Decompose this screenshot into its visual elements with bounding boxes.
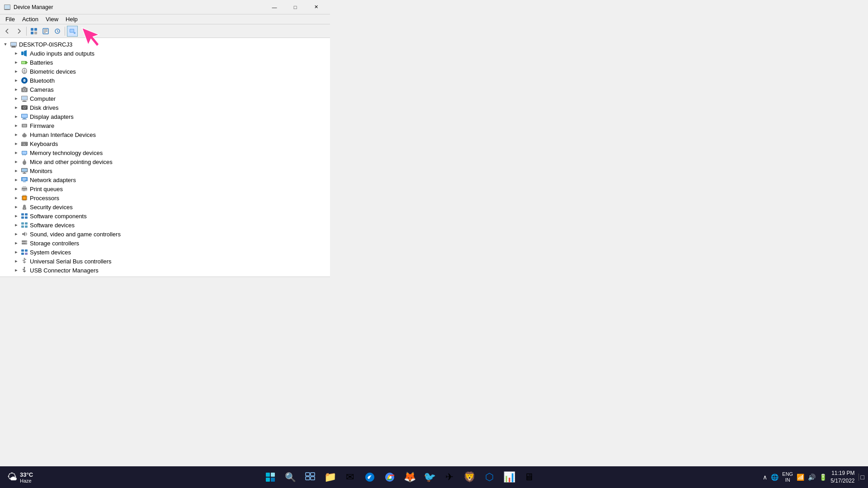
close-button[interactable]: ✕ [306, 0, 326, 14]
tree-item-computer[interactable]: ► Computer [0, 94, 330, 103]
software-dev-chevron[interactable]: ► [13, 221, 20, 229]
menu-action[interactable]: Action [19, 15, 42, 23]
tree-root-item[interactable]: ▼ DESKTOP-0ISRCJ3 [0, 40, 330, 49]
taskbar-app2[interactable]: 🖥 [520, 468, 538, 486]
cameras-chevron[interactable]: ► [13, 86, 20, 93]
tree-item-disk[interactable]: ► Disk drives [0, 103, 330, 112]
tree-item-storage[interactable]: ► Storage controllers [0, 239, 330, 248]
tree-item-biometric[interactable]: ► Biometric devices [0, 67, 330, 76]
back-button[interactable] [2, 26, 13, 37]
tree-item-software-comp[interactable]: ► Software components [0, 211, 330, 221]
svg-rect-43 [22, 119, 27, 119]
firmware-chevron[interactable]: ► [13, 122, 20, 129]
taskbar-firefox[interactable]: 🦊 [401, 468, 419, 486]
taskbar-vscode[interactable]: ⬡ [480, 468, 498, 486]
taskbar-mail[interactable]: ✉ [341, 468, 359, 486]
usb-conn-chevron[interactable]: ► [13, 267, 20, 274]
biometric-chevron[interactable]: ► [13, 68, 20, 75]
root-chevron[interactable]: ▼ [2, 41, 9, 48]
taskbar-chrome[interactable] [381, 468, 399, 486]
svg-rect-73 [23, 173, 26, 174]
disk-icon [21, 104, 28, 111]
show-device-type-button[interactable] [28, 26, 39, 37]
taskbar-file-explorer[interactable]: 📁 [321, 468, 339, 486]
mice-chevron[interactable]: ► [13, 158, 20, 165]
menu-help[interactable]: Help [62, 15, 81, 23]
properties-button[interactable] [40, 26, 51, 37]
audio-chevron[interactable]: ► [13, 50, 20, 57]
tree-item-mice[interactable]: ► Mice and other pointing devices [0, 157, 330, 166]
tree-item-hid[interactable]: ► Human Interface Devices [0, 130, 330, 139]
tree-item-usb[interactable]: ► Universal Serial Bus controllers [0, 257, 330, 266]
memory-label: Memory technology devices [30, 150, 103, 156]
sound-chevron[interactable]: ► [13, 230, 20, 238]
print-chevron[interactable]: ► [13, 185, 20, 192]
menu-file[interactable]: File [2, 15, 19, 23]
tree-item-processors[interactable]: ► [0, 193, 330, 202]
display-icon [21, 113, 28, 120]
tray-show-desktop[interactable]: □ [859, 474, 864, 481]
tree-item-software-dev[interactable]: ► Software devices [0, 221, 330, 230]
memory-chevron[interactable]: ► [13, 149, 20, 156]
maximize-button[interactable]: □ [285, 0, 306, 14]
disk-chevron[interactable]: ► [13, 104, 20, 111]
tray-chevron[interactable]: ∧ [763, 474, 767, 481]
tree-item-cameras[interactable]: ► Cameras [0, 85, 330, 94]
minimize-button[interactable]: — [264, 0, 285, 14]
processors-chevron[interactable]: ► [13, 194, 20, 202]
tray-language[interactable]: ENGIN [782, 471, 793, 483]
usb-chevron[interactable]: ► [13, 258, 20, 265]
tray-wifi[interactable]: 📶 [797, 474, 804, 481]
svg-rect-60 [22, 145, 27, 145]
svg-rect-104 [21, 216, 24, 219]
biometric-label: Biometric devices [30, 68, 76, 75]
tree-view[interactable]: ▼ DESKTOP-0ISRCJ3 ► [0, 38, 330, 277]
taskbar-telegram[interactable]: ✈ [440, 468, 458, 486]
menu-view[interactable]: View [42, 15, 62, 23]
tree-item-security[interactable]: ► Security devices [0, 202, 330, 211]
tree-item-batteries[interactable]: ► Batteries [0, 58, 330, 67]
tree-item-firmware[interactable]: ► Firmware [0, 121, 330, 130]
tree-item-system[interactable]: ► System devices [0, 248, 330, 257]
clock-time: 11:19 PM [830, 469, 854, 477]
tray-battery[interactable]: 🔋 [819, 474, 827, 481]
task-view-button[interactable] [301, 468, 319, 486]
search-button[interactable]: 🔍 [281, 468, 299, 486]
system-chevron[interactable]: ► [13, 249, 20, 256]
tree-item-bluetooth[interactable]: ► Bluetooth [0, 76, 330, 85]
storage-chevron[interactable]: ► [13, 239, 20, 247]
taskbar-brave[interactable]: 🦁 [460, 468, 478, 486]
bluetooth-chevron[interactable]: ► [13, 77, 20, 84]
clock[interactable]: 11:19 PM 5/17/2022 [830, 469, 854, 485]
display-chevron[interactable]: ► [13, 113, 20, 120]
tray-volume[interactable]: 🔊 [808, 474, 816, 481]
hid-chevron[interactable]: ► [13, 131, 20, 138]
tree-item-network[interactable]: ► Network adapters [0, 175, 330, 184]
batteries-chevron[interactable]: ► [13, 59, 20, 66]
security-chevron[interactable]: ► [13, 203, 20, 211]
taskbar-app1[interactable]: 📊 [500, 468, 518, 486]
start-button[interactable] [261, 468, 279, 486]
svg-rect-86 [23, 197, 26, 199]
update-driver-button[interactable] [52, 26, 63, 37]
security-icon [21, 203, 28, 211]
taskbar-twitter[interactable]: 🐦 [420, 468, 439, 486]
tree-item-print[interactable]: ► Print queues [0, 184, 330, 193]
computer-chevron[interactable]: ► [13, 95, 20, 102]
taskbar-edge[interactable] [361, 468, 379, 486]
network-chevron[interactable]: ► [13, 176, 20, 183]
tree-item-monitors[interactable]: ► Monitors [0, 166, 330, 175]
scan-button[interactable] [67, 26, 78, 37]
tray-network[interactable]: 🌐 [771, 474, 778, 481]
tree-item-keyboard[interactable]: ► Keyboards [0, 139, 330, 148]
tree-item-memory[interactable]: ► Memory technology devices [0, 148, 330, 157]
tree-item-audio[interactable]: ► Audio inputs and outputs [0, 49, 330, 58]
tree-item-display[interactable]: ► Display adapters [0, 112, 330, 121]
monitors-chevron[interactable]: ► [13, 167, 20, 174]
software-comp-chevron[interactable]: ► [13, 212, 20, 220]
keyboard-chevron[interactable]: ► [13, 140, 20, 147]
forward-button[interactable] [14, 26, 24, 37]
tree-item-usb-conn[interactable]: ► USB Connector Managers [0, 266, 330, 275]
tree-item-sound[interactable]: ► Sound, video and game controllers [0, 230, 330, 239]
system-icon [21, 249, 28, 256]
